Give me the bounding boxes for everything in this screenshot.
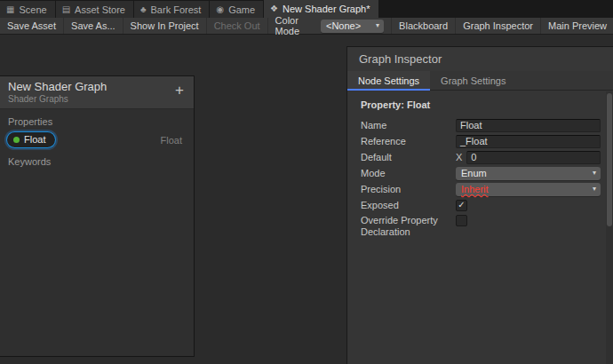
exposed-label: Exposed xyxy=(361,199,456,211)
blackboard-panel: New Shader Graph Shader Graphs + Propert… xyxy=(0,75,195,357)
tab-asset-store[interactable]: ▤ Asset Store xyxy=(56,1,133,18)
field-row-mode: Mode Enum ▾ xyxy=(361,166,601,180)
graph-inspector-panel: Graph Inspector Node Settings Graph Sett… xyxy=(346,46,613,364)
scrollbar-thumb[interactable] xyxy=(607,93,612,226)
tab-label: Scene xyxy=(19,4,46,15)
scene-icon: ▦ xyxy=(6,5,14,14)
tab-label: Bark Forest xyxy=(151,4,202,15)
override-label: Override Property Declaration xyxy=(361,214,456,238)
game-icon: ◉ xyxy=(216,5,224,14)
field-row-exposed: Exposed ✓ xyxy=(361,198,601,212)
precision-dropdown[interactable]: Inherit ▾ xyxy=(456,183,601,196)
blackboard-subtitle: Shader Graphs xyxy=(8,94,185,104)
color-mode-dropdown[interactable]: <None> ▾ xyxy=(321,20,384,33)
tab-label: Game xyxy=(228,4,255,15)
check-icon: ✓ xyxy=(458,201,465,210)
graph-inspector-toggle-button[interactable]: Graph Inspector xyxy=(455,18,540,34)
precision-label: Precision xyxy=(361,183,456,195)
unity-editor-window: ▦ Scene ▤ Asset Store ♣ Bark Forest ◉ Ga… xyxy=(0,0,613,364)
inspector-tab-strip: Node Settings Graph Settings xyxy=(347,71,613,91)
main-preview-toggle-button[interactable]: Main Preview xyxy=(540,18,613,34)
tab-bark-forest[interactable]: ♣ Bark Forest xyxy=(134,1,209,18)
show-in-project-button[interactable]: Show In Project xyxy=(123,18,207,34)
float-property-chip[interactable]: Float xyxy=(7,132,55,147)
shader-graph-icon: ❖ xyxy=(270,4,278,13)
field-row-override: Override Property Declaration xyxy=(361,214,601,238)
exposed-checkbox[interactable]: ✓ xyxy=(456,200,467,211)
override-checkbox[interactable] xyxy=(456,215,467,226)
field-row-name: Name Float xyxy=(361,118,601,132)
name-input[interactable]: Float xyxy=(456,119,601,132)
default-label: Default xyxy=(361,151,456,163)
property-dot-icon xyxy=(13,137,20,143)
shader-graph-toolbar: Save Asset Save As... Show In Project Ch… xyxy=(0,18,613,35)
chevron-down-icon: ▾ xyxy=(376,22,379,29)
properties-section-label: Properties xyxy=(0,109,194,131)
mode-dropdown[interactable]: Enum ▾ xyxy=(456,167,601,180)
property-chip-label: Float xyxy=(24,134,45,145)
reference-input[interactable]: _Float xyxy=(456,135,601,148)
field-row-default: Default X 0 xyxy=(361,150,601,164)
asset-store-icon: ▤ xyxy=(62,5,70,14)
property-row-float: Float Float xyxy=(0,131,194,149)
field-row-reference: Reference _Float xyxy=(361,134,601,148)
save-asset-button[interactable]: Save Asset xyxy=(0,18,64,34)
color-mode-group: Color Mode <None> ▾ xyxy=(268,18,392,34)
keywords-section-label: Keywords xyxy=(0,149,194,170)
check-out-button: Check Out xyxy=(207,18,268,34)
color-mode-label: Color Mode xyxy=(275,15,314,36)
inspector-content: Property: Float Name Float Reference _Fl… xyxy=(347,91,613,238)
field-row-precision: Precision Inherit ▾ xyxy=(361,182,601,196)
property-header: Property: Float xyxy=(361,99,601,110)
chevron-down-icon: ▾ xyxy=(593,186,596,193)
name-label: Name xyxy=(361,119,456,131)
bark-forest-icon: ♣ xyxy=(140,5,147,14)
blackboard-title: New Shader Graph xyxy=(8,80,185,93)
tab-node-settings[interactable]: Node Settings xyxy=(347,71,430,90)
blackboard-toggle-button[interactable]: Blackboard xyxy=(391,18,455,34)
tab-game[interactable]: ◉ Game xyxy=(210,1,263,18)
x-axis-label: X xyxy=(456,152,462,162)
default-value-input[interactable]: 0 xyxy=(466,151,601,164)
inspector-scrollbar[interactable] xyxy=(606,91,613,364)
graph-inspector-title[interactable]: Graph Inspector xyxy=(347,47,613,71)
tab-graph-settings[interactable]: Graph Settings xyxy=(430,71,516,90)
save-as-button[interactable]: Save As... xyxy=(64,18,123,34)
color-mode-value: <None> xyxy=(326,20,361,31)
chevron-down-icon: ▾ xyxy=(593,170,596,177)
mode-label: Mode xyxy=(361,167,456,179)
reference-label: Reference xyxy=(361,135,456,147)
tab-label: New Shader Graph* xyxy=(283,4,370,14)
tab-scene[interactable]: ▦ Scene xyxy=(0,1,55,18)
mode-value: Enum xyxy=(461,168,487,178)
property-type-label: Float xyxy=(161,135,182,146)
precision-value: Inherit xyxy=(461,184,489,194)
tab-label: Asset Store xyxy=(75,4,125,15)
add-property-button[interactable]: + xyxy=(175,82,184,99)
blackboard-header[interactable]: New Shader Graph Shader Graphs + xyxy=(0,76,194,109)
